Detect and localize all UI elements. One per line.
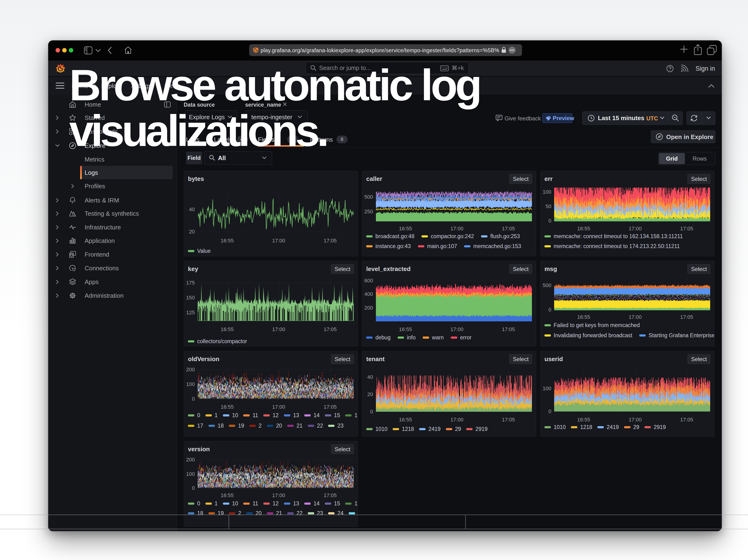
- svg-text:k6: k6: [72, 213, 75, 216]
